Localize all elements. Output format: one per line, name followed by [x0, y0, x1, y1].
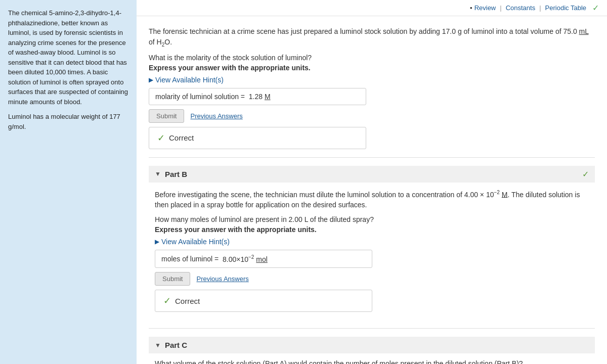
problem-question: What is the molarity of the stock soluti… — [149, 54, 595, 62]
part-c-label: Part C — [165, 341, 187, 349]
part-b-statement: Before investigating the scene, the tech… — [155, 189, 589, 211]
part-c-header[interactable]: ▼ Part C — [149, 337, 595, 353]
part-b-body: Before investigating the scene, the tech… — [149, 189, 595, 320]
part-c-question: What volume of the stock solution (Part … — [155, 359, 589, 364]
part-a-hint-link[interactable]: ▶ View Available Hint(s) — [149, 76, 595, 84]
divider-1 — [149, 157, 595, 158]
divider-2 — [149, 328, 595, 329]
part-c-body: What volume of the stock solution (Part … — [149, 359, 595, 364]
problem-statement: The forensic technician at a crime scene… — [149, 26, 595, 49]
part-b-correct-banner: ✓ Correct — [155, 290, 372, 312]
part-b-checkmark: ✓ — [582, 169, 589, 179]
review-icon: ▪ — [470, 4, 472, 12]
separator1: | — [500, 4, 501, 12]
part-a-hint-label: View Available Hint(s) — [155, 76, 224, 84]
top-checkmark: ✓ — [592, 3, 599, 13]
part-b-label: Part B — [165, 170, 187, 178]
part-b-question: How many moles of luminol are present in… — [155, 215, 589, 223]
part-b-hint-link[interactable]: ▶ View Available Hint(s) — [155, 238, 589, 246]
sidebar: The chemical 5-amino-2,3-dihydro-1,4-pht… — [0, 0, 137, 364]
part-b-answer-box: moles of luminol = 8.00×10−2 mol — [155, 250, 372, 268]
problem-instruction: Express your answer with the appropriate… — [149, 64, 595, 72]
periodic-table-link[interactable]: Periodic Table — [545, 4, 586, 12]
part-b-answer-value: 8.00×10−2 mol — [223, 254, 268, 263]
review-link[interactable]: Review — [474, 4, 496, 12]
part-b-instruction: Express your answer with the appropriate… — [155, 225, 589, 234]
part-a-answer-box: molarity of luminol solution = 1.28 M — [149, 88, 366, 105]
top-navigation: ▪ Review | Constants | Periodic Table ✓ — [137, 0, 607, 16]
part-b-submit-button[interactable]: Submit — [155, 272, 190, 286]
part-a-correct-banner: ✓ Correct — [149, 127, 366, 149]
part-b-submit-row: Submit Previous Answers — [155, 272, 589, 286]
part-a-submit-button[interactable]: Submit — [149, 109, 184, 123]
part-a-correct-label: Correct — [169, 133, 194, 142]
part-b-hint-label: View Available Hint(s) — [161, 238, 230, 246]
part-b-answer-label: moles of luminol = — [161, 255, 219, 263]
part-a-previous-button[interactable]: Previous Answers — [190, 112, 242, 120]
part-b-hint-arrow-icon: ▶ — [155, 238, 159, 245]
part-b-correct-label: Correct — [175, 297, 200, 305]
part-b-check-icon: ✓ — [163, 295, 171, 306]
part-b-previous-button[interactable]: Previous Answers — [196, 275, 248, 283]
part-a-check-icon: ✓ — [157, 132, 165, 144]
part-b-toggle-icon: ▼ — [155, 170, 161, 177]
content-area: The forensic technician at a crime scene… — [137, 16, 607, 364]
part-a-submit-row: Submit Previous Answers — [149, 109, 595, 123]
part-c-toggle-icon: ▼ — [155, 342, 161, 349]
part-a-answer-label: molarity of luminol solution = — [155, 93, 245, 101]
constants-link[interactable]: Constants — [506, 4, 536, 12]
part-a-answer-value: 1.28 M — [249, 93, 271, 101]
hint-arrow-icon: ▶ — [149, 76, 153, 83]
separator2: | — [539, 4, 541, 12]
part-a-section: ▶ View Available Hint(s) molarity of lum… — [149, 76, 595, 149]
sidebar-paragraph1: The chemical 5-amino-2,3-dihydro-1,4-pht… — [8, 8, 128, 107]
sidebar-paragraph2: Luminol has a molecular weight of 177 g/… — [8, 112, 128, 131]
main-content: ▪ Review | Constants | Periodic Table ✓ … — [137, 0, 607, 364]
part-b-header[interactable]: ▼ Part B ✓ — [149, 166, 595, 183]
